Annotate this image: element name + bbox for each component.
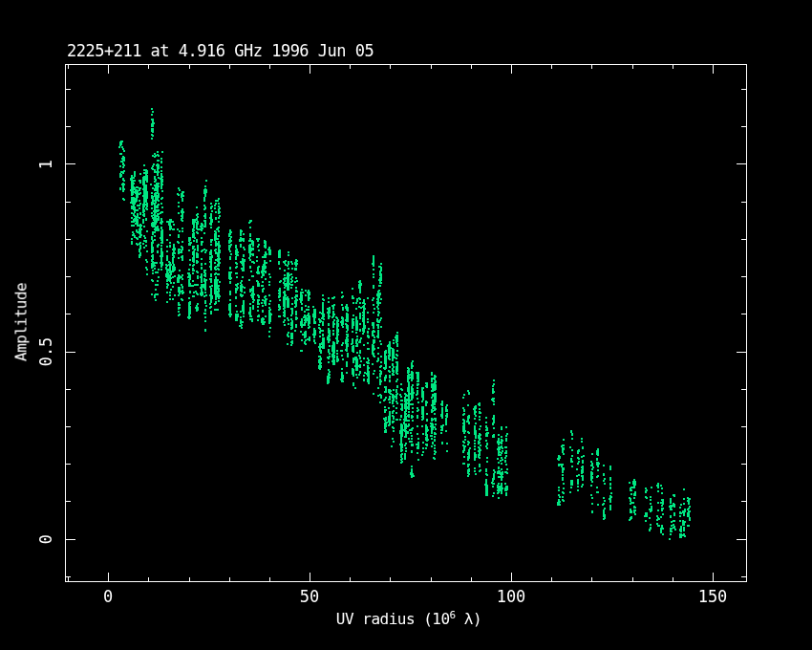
y-axis-label: Amplitude (12, 283, 31, 361)
x-axis-label-exponent: 6 (450, 609, 456, 621)
plot-area-canvas (0, 0, 812, 650)
x-tick-label-100: 100 (497, 587, 526, 606)
x-tick-label-50: 50 (300, 587, 319, 606)
x-tick-label-0: 0 (103, 587, 113, 606)
x-axis-label-suffix: λ) (456, 610, 481, 628)
x-tick-label-150: 150 (698, 587, 728, 606)
y-tick-label-1: 1 (36, 160, 55, 169)
x-axis-label: UV radius (106 λ) (336, 610, 481, 628)
plot-title: 2225+211 at 4.916 GHz 1996 Jun 05 (67, 41, 374, 60)
x-axis-label-prefix: UV radius (10 (336, 610, 450, 628)
uv-amplitude-plot-window: 2225+211 at 4.916 GHz 1996 Jun 05 Amplit… (0, 0, 812, 650)
y-tick-label-0: 0 (36, 534, 55, 544)
y-tick-label-0p5: 0.5 (36, 337, 55, 367)
